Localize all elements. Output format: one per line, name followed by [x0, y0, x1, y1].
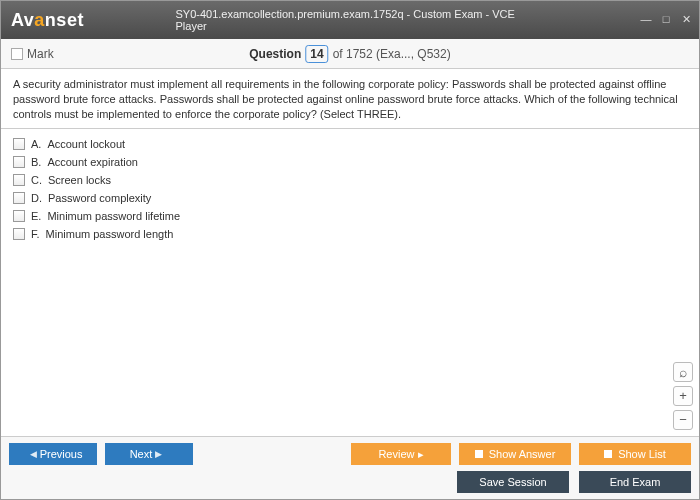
options-list: A. Account lockout B. Account expiration… — [1, 129, 699, 249]
previous-label: Previous — [40, 448, 83, 460]
question-word: Question — [249, 47, 301, 61]
chevron-right-icon: ▸ — [418, 448, 424, 461]
next-label: Next — [130, 448, 153, 460]
option-checkbox[interactable] — [13, 174, 25, 186]
question-total: of 1752 (Exa..., Q532) — [333, 47, 451, 61]
option-letter: D. — [31, 192, 42, 204]
minimize-icon[interactable]: — — [639, 13, 653, 27]
footer-row-2: Save Session End Exam — [9, 471, 691, 493]
maximize-icon[interactable]: □ — [659, 13, 673, 27]
close-icon[interactable]: ✕ — [679, 13, 693, 27]
option-row: F. Minimum password length — [13, 225, 687, 243]
option-letter: A. — [31, 138, 41, 150]
titlebar: Avanset SY0-401.examcollection.premium.e… — [1, 1, 699, 39]
footer-row-1: ◀ Previous Next ▶ Review ▸ Show Answer S… — [9, 443, 691, 465]
zoom-out-icon[interactable]: − — [673, 410, 693, 430]
show-answer-button[interactable]: Show Answer — [459, 443, 571, 465]
app-logo: Avanset — [11, 10, 84, 31]
show-list-button[interactable]: Show List — [579, 443, 691, 465]
option-text: Minimum password length — [46, 228, 174, 240]
option-letter: F. — [31, 228, 40, 240]
chevron-left-icon: ◀ — [30, 449, 37, 459]
option-letter: C. — [31, 174, 42, 186]
square-icon — [475, 450, 483, 458]
footer: ◀ Previous Next ▶ Review ▸ Show Answer S… — [1, 436, 699, 499]
option-checkbox[interactable] — [13, 210, 25, 222]
mark-label: Mark — [27, 47, 54, 61]
zoom-magnify-icon[interactable]: ⌕ — [673, 362, 693, 382]
show-answer-label: Show Answer — [489, 448, 556, 460]
window-title: SY0-401.examcollection.premium.exam.1752… — [176, 8, 525, 32]
option-row: C. Screen locks — [13, 171, 687, 189]
content-area: A security administrator must implement … — [1, 69, 699, 436]
question-text: A security administrator must implement … — [1, 69, 699, 129]
review-button[interactable]: Review ▸ — [351, 443, 451, 465]
option-letter: E. — [31, 210, 41, 222]
mark-checkbox[interactable] — [11, 48, 23, 60]
end-exam-button[interactable]: End Exam — [579, 471, 691, 493]
option-text: Minimum password lifetime — [47, 210, 180, 222]
option-checkbox[interactable] — [13, 192, 25, 204]
review-label: Review — [378, 448, 414, 460]
next-button[interactable]: Next ▶ — [105, 443, 193, 465]
option-row: B. Account expiration — [13, 153, 687, 171]
option-row: D. Password complexity — [13, 189, 687, 207]
question-number: 14 — [305, 45, 328, 63]
option-checkbox[interactable] — [13, 156, 25, 168]
logo-part: Av — [11, 10, 34, 30]
option-text: Screen locks — [48, 174, 111, 186]
logo-accent: a — [34, 10, 45, 30]
zoom-controls: ⌕ + − — [673, 362, 693, 430]
option-text: Account expiration — [47, 156, 138, 168]
show-list-label: Show List — [618, 448, 666, 460]
window-controls: — □ ✕ — [639, 13, 693, 27]
option-row: E. Minimum password lifetime — [13, 207, 687, 225]
previous-button[interactable]: ◀ Previous — [9, 443, 97, 465]
square-icon — [604, 450, 612, 458]
option-checkbox[interactable] — [13, 138, 25, 150]
logo-part: et — [67, 10, 84, 30]
option-letter: B. — [31, 156, 41, 168]
question-indicator: Question 14 of 1752 (Exa..., Q532) — [249, 45, 450, 63]
option-text: Password complexity — [48, 192, 151, 204]
save-session-button[interactable]: Save Session — [457, 471, 569, 493]
chevron-right-icon: ▶ — [155, 449, 162, 459]
toolbar: Mark Question 14 of 1752 (Exa..., Q532) — [1, 39, 699, 69]
option-text: Account lockout — [47, 138, 125, 150]
zoom-in-icon[interactable]: + — [673, 386, 693, 406]
option-checkbox[interactable] — [13, 228, 25, 240]
logo-part: ns — [45, 10, 67, 30]
option-row: A. Account lockout — [13, 135, 687, 153]
app-window: Avanset SY0-401.examcollection.premium.e… — [0, 0, 700, 500]
